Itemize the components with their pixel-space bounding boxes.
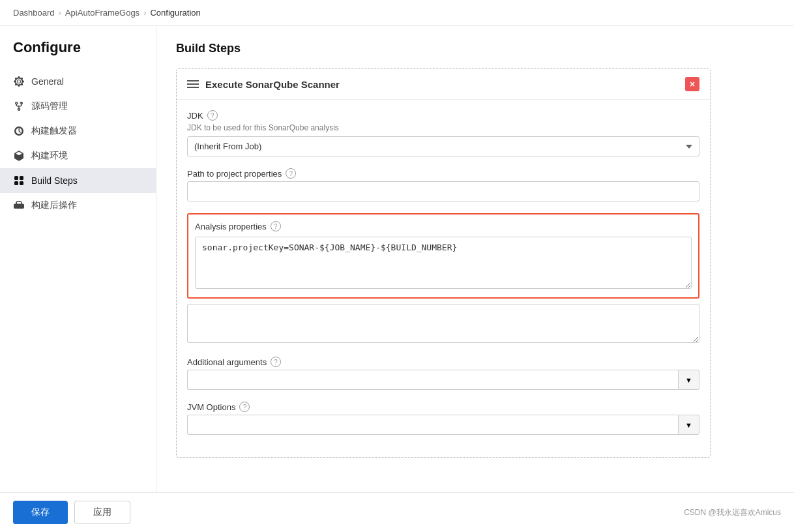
path-help-icon[interactable]: ?	[286, 168, 296, 179]
jdk-help-icon[interactable]: ?	[207, 110, 218, 121]
footer-actions: 保存 应用	[13, 501, 130, 524]
sidebar: Configure General 源码管理	[0, 26, 156, 531]
section-title: Build Steps	[176, 42, 774, 55]
apply-button[interactable]: 应用	[74, 501, 130, 524]
sidebar-item-build-steps-label: Build Steps	[31, 175, 78, 186]
analysis-help-icon[interactable]: ?	[271, 221, 281, 231]
close-icon: ×	[690, 79, 695, 89]
analysis-textarea[interactable]: sonar.projectKey=SONAR-${JOB_NAME}-${BUI…	[195, 237, 692, 289]
chevron-down-icon: ▼	[685, 376, 692, 384]
jdk-field-group: JDK ? JDK to be used for this SonarQube …	[187, 110, 699, 156]
analysis-textarea-full[interactable]	[187, 304, 699, 343]
analysis-label: Analysis properties ?	[195, 221, 692, 231]
save-button[interactable]: 保存	[13, 501, 68, 524]
additional-input-group: ▼	[187, 370, 699, 390]
breadcrumb-sep-2: ›	[143, 8, 146, 18]
footer-credit: CSDN @我永远喜欢Amicus	[684, 507, 781, 518]
additional-label: Additional arguments ?	[187, 357, 699, 367]
clock-icon	[13, 125, 25, 137]
box-icon	[13, 150, 25, 162]
sidebar-item-post-build-label: 构建后操作	[31, 200, 77, 211]
breadcrumb-current: Configuration	[150, 8, 200, 18]
drag-handle-icon[interactable]	[187, 80, 199, 88]
jvm-field-group: JVM Options ? ▼	[187, 402, 699, 435]
cube-icon	[13, 200, 25, 211]
jvm-input[interactable]	[187, 415, 678, 435]
footer: 保存 应用 CSDN @我永远喜欢Amicus	[0, 492, 794, 531]
sidebar-item-source[interactable]: 源码管理	[0, 94, 156, 119]
jvm-dropdown-btn[interactable]: ▼	[678, 415, 699, 435]
analysis-full-textarea-group	[187, 304, 699, 345]
sidebar-item-general-label: General	[31, 76, 64, 87]
additional-input[interactable]	[187, 370, 678, 390]
build-step-body: JDK ? JDK to be used for this SonarQube …	[177, 100, 710, 457]
close-button[interactable]: ×	[685, 77, 699, 91]
gear-icon	[13, 76, 25, 87]
additional-help-icon[interactable]: ?	[271, 357, 281, 367]
main-content: Build Steps Execute SonarQube Scanner ×	[156, 26, 794, 531]
build-step-header-left: Execute SonarQube Scanner	[187, 79, 340, 90]
sidebar-item-env-label: 构建环境	[31, 150, 68, 162]
breadcrumb-dashboard[interactable]: Dashboard	[13, 8, 55, 18]
jdk-select[interactable]: (Inherit From Job)	[187, 136, 699, 156]
sidebar-item-post-build[interactable]: 构建后操作	[0, 193, 156, 218]
jvm-chevron-down-icon: ▼	[685, 421, 692, 429]
breadcrumb-sep-1: ›	[59, 8, 61, 18]
breadcrumb-project[interactable]: ApiAutoFrameGogs	[65, 8, 140, 18]
sidebar-item-general[interactable]: General	[0, 69, 156, 94]
jvm-input-group: ▼	[187, 415, 699, 435]
sidebar-item-build-steps[interactable]: Build Steps	[0, 168, 156, 193]
jvm-label: JVM Options ?	[187, 402, 699, 412]
analysis-field-group: Analysis properties ? sonar.projectKey=S…	[187, 213, 699, 299]
analysis-highlight-box: Analysis properties ? sonar.projectKey=S…	[187, 213, 699, 299]
path-field-group: Path to project properties ?	[187, 168, 699, 201]
additional-field-group: Additional arguments ? ▼	[187, 357, 699, 390]
step-title: Execute SonarQube Scanner	[205, 79, 340, 90]
build-step-header: Execute SonarQube Scanner ×	[177, 69, 710, 100]
jdk-label: JDK ?	[187, 110, 699, 121]
build-step-card: Execute SonarQube Scanner × JDK ? JDK to…	[176, 68, 711, 458]
jdk-hint: JDK to be used for this SonarQube analys…	[187, 123, 699, 132]
additional-dropdown-btn[interactable]: ▼	[678, 370, 699, 390]
list-icon	[13, 175, 25, 186]
breadcrumb: Dashboard › ApiAutoFrameGogs › Configura…	[0, 0, 794, 26]
sidebar-item-trigger-label: 构建触发器	[31, 125, 77, 137]
sidebar-item-source-label: 源码管理	[31, 100, 68, 112]
sidebar-title: Configure	[0, 39, 156, 69]
jvm-help-icon[interactable]: ?	[239, 402, 250, 412]
sidebar-item-trigger[interactable]: 构建触发器	[0, 119, 156, 143]
path-label: Path to project properties ?	[187, 168, 699, 179]
fork-icon	[13, 100, 25, 112]
path-input[interactable]	[187, 181, 699, 201]
sidebar-item-env[interactable]: 构建环境	[0, 143, 156, 168]
